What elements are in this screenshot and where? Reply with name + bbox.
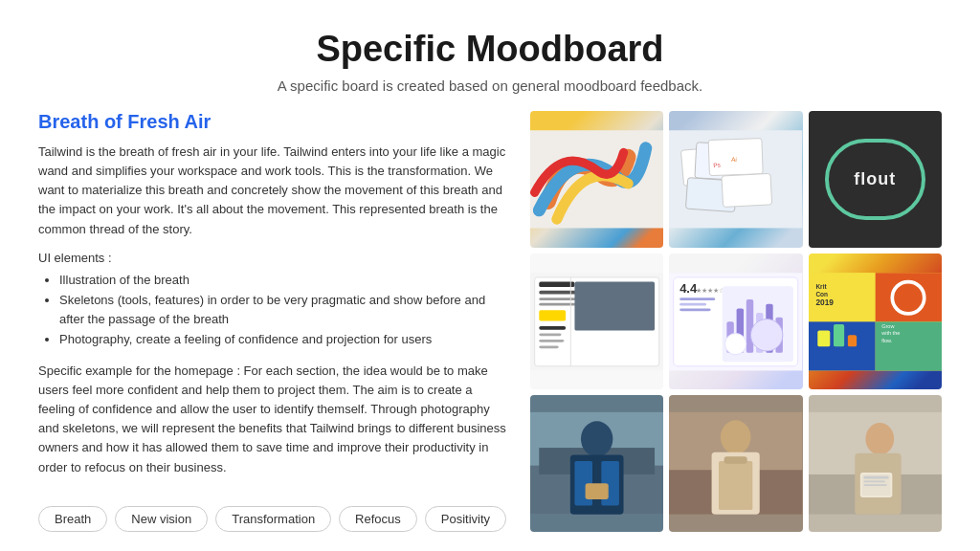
svg-text:Grow: Grow [881, 322, 895, 328]
image-ui-mockup [530, 253, 663, 390]
description-1: Tailwind is the breath of fresh air in y… [38, 143, 507, 239]
svg-rect-74 [863, 481, 884, 483]
image-person-blue [530, 395, 663, 532]
svg-text:2019: 2019 [815, 297, 834, 306]
flout-text: flout [825, 139, 924, 221]
bullet-list: Illustration of the breath Skeletons (to… [38, 271, 507, 350]
svg-rect-15 [539, 310, 566, 320]
page-subtitle: A specific board is created based on gen… [38, 77, 942, 94]
svg-rect-16 [570, 277, 571, 366]
tag-transformation[interactable]: Transformation [215, 506, 331, 532]
svg-rect-28 [679, 308, 711, 311]
bullet-item-2: Skeletons (tools, features) in order to … [59, 291, 507, 331]
svg-text:Ai: Ai [731, 156, 737, 163]
svg-point-69 [865, 423, 894, 454]
svg-rect-21 [539, 345, 558, 348]
svg-text:Ps: Ps [713, 162, 722, 169]
page-title: Specific Moodboard [38, 29, 942, 70]
left-panel: Breath of Fresh Air Tailwind is the brea… [38, 111, 507, 532]
image-krit-con-poster: Krit Con 2019 Grow with the flow. [809, 253, 942, 390]
main-content: Breath of Fresh Air Tailwind is the brea… [38, 111, 942, 532]
svg-rect-26 [679, 298, 715, 300]
svg-point-36 [725, 333, 746, 354]
svg-rect-60 [586, 484, 609, 500]
svg-rect-66 [724, 457, 747, 464]
svg-text:flow.: flow. [881, 337, 893, 342]
tags-container: Breath New vision Transformation Refocus… [38, 506, 507, 532]
svg-point-37 [751, 319, 783, 350]
svg-rect-18 [539, 326, 566, 330]
image-person-apron [669, 395, 802, 532]
svg-rect-73 [863, 476, 888, 479]
svg-rect-42 [875, 321, 942, 370]
svg-rect-17 [574, 281, 655, 330]
svg-rect-65 [719, 461, 752, 510]
image-person-reading [809, 395, 942, 532]
svg-rect-19 [539, 333, 561, 336]
svg-rect-51 [834, 324, 844, 346]
svg-point-56 [581, 422, 612, 457]
header: Specific Moodboard A specific board is c… [38, 29, 942, 94]
svg-point-63 [721, 421, 751, 454]
svg-rect-27 [679, 302, 706, 305]
image-grid: Ps Ai flout [530, 111, 942, 532]
image-flout-logo: flout [809, 111, 942, 248]
svg-rect-6 [722, 173, 772, 207]
section-title: Breath of Fresh Air [38, 111, 507, 133]
tag-breath[interactable]: Breath [38, 506, 107, 532]
svg-rect-20 [539, 340, 564, 342]
svg-rect-32 [746, 299, 753, 353]
image-stats-chart: 4.4 ★★★★☆ [669, 253, 802, 390]
svg-rect-52 [848, 335, 857, 346]
svg-text:Krit: Krit [815, 283, 827, 290]
specific-example: Specific example for the homepage : For … [38, 362, 507, 477]
svg-rect-11 [539, 281, 574, 287]
image-colorful-shapes [530, 111, 663, 248]
svg-rect-75 [863, 484, 886, 486]
svg-rect-50 [817, 330, 830, 346]
tag-new-vision[interactable]: New vision [115, 506, 208, 532]
page-wrapper: Specific Moodboard A specific board is c… [0, 0, 980, 551]
ui-elements-label: UI elements : [38, 251, 507, 265]
bullet-item-3: Photography, create a feeling of confide… [59, 330, 507, 350]
tag-refocus[interactable]: Refocus [339, 506, 417, 532]
tag-positivity[interactable]: Positivity [425, 506, 506, 532]
svg-text:★★★★☆: ★★★★☆ [696, 286, 724, 293]
image-cards-scatter: Ps Ai [669, 111, 802, 248]
bullet-item-1: Illustration of the breath [59, 271, 507, 291]
svg-text:with the: with the [880, 330, 900, 336]
